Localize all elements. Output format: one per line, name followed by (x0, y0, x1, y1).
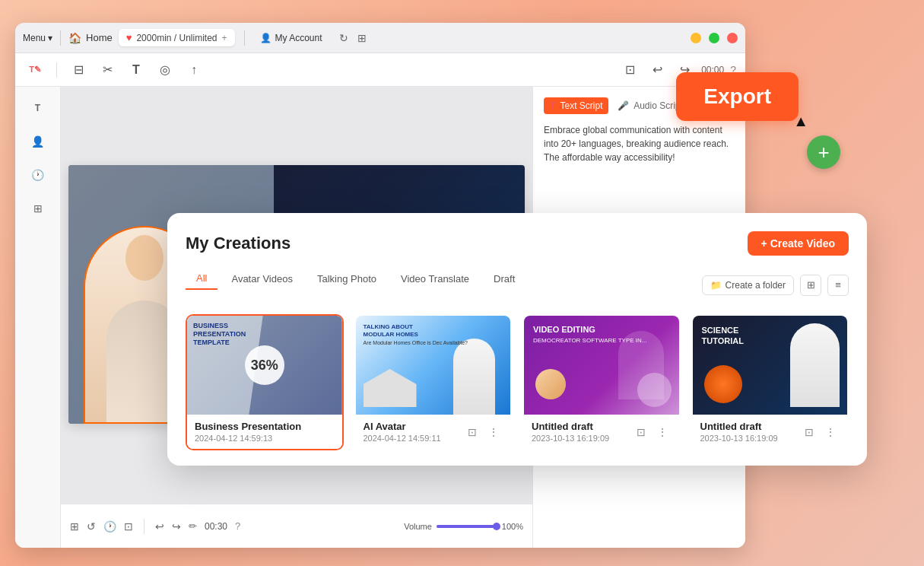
avatar-person (453, 339, 495, 415)
tab-talking-photo[interactable]: Talking Photo (306, 269, 387, 289)
modal-title: My Creations (186, 234, 291, 253)
text-icon[interactable]: T (125, 59, 147, 81)
sidebar-clock-icon[interactable]: 🕐 (24, 161, 52, 189)
minimize-button[interactable] (691, 33, 701, 43)
bottom-icon2[interactable]: ↺ (87, 520, 96, 533)
video-date-2: 2024-04-12 14:59:11 (364, 434, 441, 443)
title-bar-left: Menu ▾ 🏠 Home (23, 30, 113, 46)
home-icon: 🏠 (68, 32, 81, 44)
science-text: SCIENCETUTORIAL (702, 325, 744, 347)
sidebar-text-icon[interactable]: T (24, 94, 52, 122)
grid-icon[interactable]: ⊞ (357, 32, 367, 44)
science-person (790, 323, 840, 407)
video-info-4: Untitled draft 2023-10-13 16:19:09 ⊡ ⋮ (693, 415, 848, 449)
volume-control: Volume 100% (404, 522, 523, 531)
video-thumb-2: TALKING ABOUTMODULAR HOMESAre Modular Ho… (356, 316, 511, 415)
media-icon[interactable]: ◎ (154, 59, 176, 81)
toolbar-sep1 (56, 62, 57, 78)
copy-icon-3[interactable]: ⊡ (632, 423, 650, 441)
more-icon-2[interactable]: ⋮ (484, 423, 503, 441)
upload-icon[interactable]: ↑ (183, 59, 205, 81)
create-folder-button[interactable]: 📁 Create a folder (702, 275, 794, 295)
minutes-tab[interactable]: ♥ 2000min / Unlimited + (119, 29, 235, 46)
divider (60, 30, 61, 46)
help-bottom-icon: ? (235, 520, 240, 532)
more-icon-4[interactable]: ⋮ (821, 423, 840, 441)
science-thumb: SCIENCETUTORIAL (693, 316, 848, 415)
grid-view-button[interactable]: ⊞ (800, 275, 821, 296)
sidebar-image-icon[interactable]: ⊞ (24, 195, 52, 222)
bottom-icon1[interactable]: ⊞ (70, 520, 79, 533)
heart-icon: ♥ (126, 32, 132, 43)
list-view-button[interactable]: ≡ (827, 275, 849, 296)
tab-all[interactable]: All (186, 268, 218, 290)
export-button[interactable]: Export (676, 72, 799, 121)
close-button[interactable] (727, 33, 738, 43)
undo-bottom-icon[interactable]: ↩ (155, 520, 164, 533)
text-script-tab[interactable]: T Text Script (544, 97, 608, 114)
toolbar: T✎ ⊟ ✂ T ◎ ↑ ⊡ ↩ ↪ 00:00 ? (15, 53, 745, 87)
cursor-arrow: ▲ (793, 113, 808, 130)
avatar-thumb-bg: TALKING ABOUTMODULAR HOMESAre Modular Ho… (356, 316, 511, 415)
create-video-button[interactable]: + Create Video (748, 231, 849, 256)
copy-toolbar-icon[interactable]: ⊡ (619, 59, 640, 81)
bottom-sep (144, 519, 144, 534)
avatar-head (125, 235, 164, 281)
more-icon-3[interactable]: ⋮ (653, 423, 672, 441)
video-name-1: Business Presentation (195, 421, 335, 432)
redo-bottom-icon[interactable]: ↪ (172, 520, 181, 533)
avatar-house (364, 369, 417, 407)
layout-icon[interactable]: ⊟ (68, 59, 89, 81)
card3-actions: ⊡ ⋮ (632, 423, 672, 441)
plus-icon: + (222, 33, 227, 43)
copy-icon-4[interactable]: ⊡ (800, 423, 818, 441)
user-icon: 👤 (260, 33, 271, 43)
video-name-3: Untitled draft (532, 421, 609, 432)
volume-track[interactable] (437, 525, 497, 528)
window-controls (691, 33, 738, 43)
video-card-2[interactable]: TALKING ABOUTMODULAR HOMESAre Modular Ho… (354, 314, 513, 450)
video-info-1: Business Presentation 2024-04-12 14:59:1… (187, 415, 342, 449)
video-edit-circle (637, 373, 672, 407)
maximize-button[interactable] (709, 33, 719, 43)
bottom-icon3[interactable]: 🕐 (103, 520, 116, 533)
tab-video-translate[interactable]: Video Translate (390, 269, 480, 289)
my-creations-modal: My Creations + Create Video All Avatar V… (167, 213, 867, 466)
video-card-4[interactable]: SCIENCETUTORIAL Untitled draft 2023-10-1… (691, 314, 849, 450)
home-tab-label[interactable]: Home (86, 32, 113, 43)
account-tab[interactable]: 👤 My Account (254, 30, 329, 46)
video-card-3[interactable]: VIDEO EDITINGDemoCreator Software Type I… (522, 314, 681, 450)
refresh-icon[interactable]: ↻ (339, 32, 348, 44)
volume-fill (437, 525, 497, 528)
left-sidebar: T 👤 🕐 ⊞ (15, 87, 61, 548)
divider2 (244, 30, 245, 46)
video-date-1: 2024-04-12 14:59:13 (195, 434, 335, 443)
panel-description: Embrace global communication with conten… (544, 123, 735, 164)
video-info-2: AI Avatar 2024-04-12 14:59:11 ⊡ ⋮ (356, 415, 511, 449)
progress-pct: 36% (251, 358, 278, 374)
sidebar-avatar-icon[interactable]: 👤 (24, 128, 52, 155)
edit-icon[interactable]: T✎ (24, 59, 46, 81)
video-thumb-3: VIDEO EDITINGDemoCreator Software Type I… (524, 316, 679, 415)
crop-icon[interactable]: ✂ (97, 59, 118, 81)
video-grid: BUSINESSPRESENTATIONTEMPLATE 36% Busines… (186, 314, 849, 450)
modal-tab-bar: All Avatar Videos Talking Photo Video Tr… (186, 268, 849, 302)
bottom-right: Volume 100% (404, 522, 523, 531)
bottom-icon4[interactable]: ⊡ (124, 520, 133, 533)
brush-bottom-icon[interactable]: ✏ (189, 520, 197, 532)
card4-actions: ⊡ ⋮ (800, 423, 840, 441)
volume-label: Volume (404, 522, 432, 531)
add-button[interactable]: + (807, 135, 840, 169)
avatar-text: TALKING ABOUTMODULAR HOMESAre Modular Ho… (364, 323, 468, 347)
menu-button[interactable]: Menu ▾ (23, 33, 52, 43)
undo-icon[interactable]: ↩ (646, 59, 668, 81)
video-edit-thumb: VIDEO EDITINGDemoCreator Software Type I… (524, 316, 679, 415)
tab-draft[interactable]: Draft (483, 269, 526, 289)
video-info-3: Untitled draft 2023-10-13 16:19:09 ⊡ ⋮ (524, 415, 679, 449)
video-card-1[interactable]: BUSINESSPRESENTATIONTEMPLATE 36% Busines… (186, 314, 344, 450)
video-thumb-1: BUSINESSPRESENTATIONTEMPLATE 36% (187, 316, 342, 415)
copy-icon-2[interactable]: ⊡ (463, 423, 481, 441)
video-name-4: Untitled draft (700, 421, 778, 432)
tab-avatar-videos[interactable]: Avatar Videos (221, 269, 303, 289)
folder-icon: 📁 (710, 280, 722, 291)
